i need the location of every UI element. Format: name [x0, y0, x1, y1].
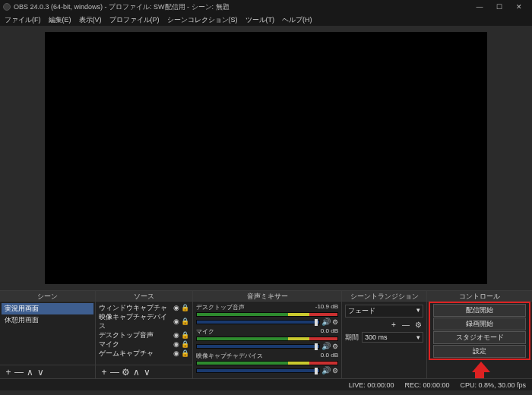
lock-icon[interactable]: 🔒: [181, 340, 189, 349]
lock-icon[interactable]: 🔒: [181, 349, 189, 358]
transition-remove-button[interactable]: —: [401, 321, 411, 329]
scene-item[interactable]: 実況用画面: [2, 303, 93, 314]
transition-add-button[interactable]: +: [388, 321, 399, 329]
source-item[interactable]: 映像キャプチャデバイス◉🔒: [97, 312, 191, 330]
speaker-icon[interactable]: 🔊: [321, 318, 331, 326]
speaker-icon[interactable]: 🔊: [321, 366, 331, 374]
mixer-header: 音声ミキサー: [193, 291, 341, 302]
menu-profile[interactable]: プロファイル(P): [109, 15, 160, 25]
menubar: ファイル(F) 編集(E) 表示(V) プロファイル(P) シーンコレクション(…: [0, 14, 532, 26]
scenes-panel: シーン 実況用画面 休憩用画面 + — ∧ ∨: [0, 291, 96, 378]
sources-header: ソース: [96, 291, 192, 302]
visibility-icon[interactable]: ◉: [173, 317, 179, 326]
chevron-down-icon: ▾: [416, 306, 420, 316]
minimize-button[interactable]: —: [470, 3, 489, 11]
transition-settings-button[interactable]: ⚙: [413, 321, 423, 329]
gear-icon[interactable]: ⚙: [332, 343, 338, 350]
transitions-panel: シーントランジション フェード▾ + — ⚙ 期間 300 ms▾: [342, 291, 427, 378]
transition-select[interactable]: フェード▾: [345, 305, 423, 318]
scenes-header: シーン: [0, 291, 95, 302]
menu-view[interactable]: 表示(V): [79, 15, 102, 25]
mixer-channel: 映像キャプチャデバイス0.0 dB 🔊⚙: [195, 352, 340, 374]
app-icon: [3, 3, 11, 11]
mixer-channel-db: 0.0 dB: [321, 327, 338, 336]
scene-remove-button[interactable]: —: [14, 367, 24, 378]
preview-canvas[interactable]: [46, 33, 486, 283]
source-remove-button[interactable]: —: [109, 367, 120, 378]
visibility-icon[interactable]: ◉: [173, 340, 179, 349]
chevron-down-icon: ▾: [416, 333, 420, 341]
preview-area: [0, 26, 532, 290]
status-cpu: CPU: 0.8%, 30.00 fps: [460, 381, 526, 389]
level-meter: [196, 361, 338, 365]
gear-icon[interactable]: ⚙: [332, 318, 338, 326]
highlight-annotation: 配信開始 録画開始 スタジオモード 設定: [429, 302, 530, 360]
studio-mode-button[interactable]: スタジオモード: [433, 331, 526, 344]
mixer-channel-name: マイク: [196, 327, 214, 336]
mixer-panel: 音声ミキサー デスクトップ音声-10.9 dB 🔊⚙ マイク0.0 dB 🔊⚙ …: [193, 291, 342, 378]
sources-panel: ソース ウィンドウキャプチャ◉🔒 映像キャプチャデバイス◉🔒 デスクトップ音声◉…: [96, 291, 193, 378]
controls-header: コントロール: [427, 291, 532, 302]
scene-add-button[interactable]: +: [3, 367, 14, 378]
scene-up-button[interactable]: ∧: [24, 367, 35, 378]
mixer-channel-name: 映像キャプチャデバイス: [196, 352, 263, 360]
level-meter: [196, 312, 338, 317]
visibility-icon[interactable]: ◉: [173, 330, 179, 340]
lock-icon[interactable]: 🔒: [181, 303, 189, 312]
volume-slider[interactable]: [196, 368, 320, 373]
menu-tools[interactable]: ツール(T): [245, 15, 275, 25]
gear-icon[interactable]: ⚙: [332, 367, 338, 374]
start-recording-button[interactable]: 録画開始: [433, 318, 526, 330]
volume-slider[interactable]: [196, 344, 320, 349]
speaker-icon[interactable]: 🔊: [321, 342, 331, 350]
scene-down-button[interactable]: ∨: [35, 367, 46, 378]
level-meter: [196, 337, 338, 341]
menu-edit[interactable]: 編集(E): [49, 15, 71, 25]
status-rec: REC: 00:00:00: [404, 381, 449, 389]
duration-input[interactable]: 300 ms▾: [362, 332, 423, 343]
source-up-button[interactable]: ∧: [131, 367, 141, 378]
lock-icon[interactable]: 🔒: [181, 330, 189, 340]
source-item[interactable]: マイク◉🔒: [97, 340, 191, 349]
source-item[interactable]: ゲームキャプチャ◉🔒: [97, 349, 191, 358]
status-live: LIVE: 00:00:00: [349, 381, 394, 389]
mixer-channel-db: 0.0 dB: [321, 352, 338, 360]
mixer-channel-db: -10.9 dB: [315, 303, 338, 311]
titlebar: OBS 24.0.3 (64-bit, windows) - プロファイル: S…: [0, 0, 532, 14]
menu-scene-collection[interactable]: シーンコレクション(S): [167, 15, 238, 25]
transitions-header: シーントランジション: [342, 291, 426, 302]
close-button[interactable]: ✕: [509, 3, 529, 11]
visibility-icon[interactable]: ◉: [173, 303, 179, 312]
window-title: OBS 24.0.3 (64-bit, windows) - プロファイル: S…: [14, 2, 230, 12]
mixer-channel: デスクトップ音声-10.9 dB 🔊⚙: [195, 303, 340, 326]
maximize-button[interactable]: ☐: [489, 3, 509, 11]
menu-help[interactable]: ヘルプ(H): [282, 15, 312, 25]
menu-file[interactable]: ファイル(F): [5, 15, 41, 25]
duration-label: 期間: [345, 333, 359, 343]
source-add-button[interactable]: +: [99, 367, 109, 378]
statusbar: LIVE: 00:00:00 REC: 00:00:00 CPU: 0.8%, …: [0, 378, 532, 390]
visibility-icon[interactable]: ◉: [173, 349, 179, 358]
controls-panel: コントロール 配信開始 録画開始 スタジオモード 設定: [427, 291, 532, 378]
source-item[interactable]: デスクトップ音声◉🔒: [97, 330, 191, 340]
source-settings-button[interactable]: ⚙: [120, 367, 131, 378]
source-down-button[interactable]: ∨: [141, 367, 152, 378]
arrow-annotation: [472, 362, 487, 378]
scene-item[interactable]: 休憩用画面: [2, 314, 93, 326]
mixer-channel-name: デスクトップ音声: [196, 303, 245, 311]
start-streaming-button[interactable]: 配信開始: [433, 304, 526, 317]
volume-slider[interactable]: [196, 320, 320, 324]
mixer-channel: マイク0.0 dB 🔊⚙: [195, 327, 340, 350]
settings-button[interactable]: 設定: [433, 345, 526, 358]
lock-icon[interactable]: 🔒: [181, 317, 189, 326]
source-item[interactable]: ウィンドウキャプチャ◉🔒: [97, 303, 191, 312]
